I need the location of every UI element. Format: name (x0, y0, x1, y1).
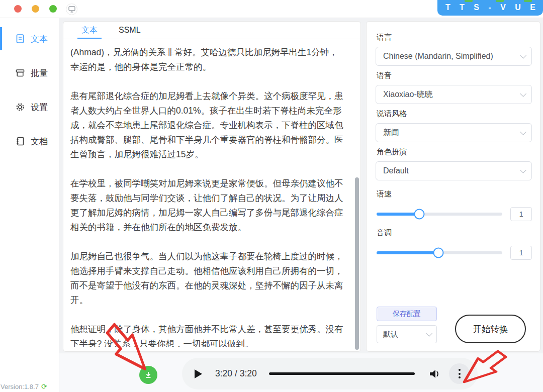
play-button[interactable] (194, 369, 204, 379)
sidebar-item-batch[interactable]: 批量 (0, 62, 59, 83)
tab-ssml[interactable]: SSML (119, 22, 141, 39)
speed-label: 语速 (377, 189, 532, 199)
player-bar: 3:20 / 3:20 (59, 353, 543, 392)
audio-player: 3:20 / 3:20 (182, 358, 478, 389)
language-value: Chinese (Mandarin, Simplified) (383, 52, 493, 61)
voice-value: Xiaoxiao-晓晓 (383, 89, 433, 100)
config-preset-value: 默认 (383, 330, 398, 339)
speaking-style-select[interactable]: 新闻 (376, 123, 532, 142)
volume-icon (428, 368, 440, 379)
editor-tabs: 文本 SSML (63, 22, 360, 39)
volume-button[interactable] (428, 367, 441, 380)
paragraph: 他想证明，除了身体，其他方面他并不比常人差，甚至要更优秀。没有下半身? 没关系，… (70, 322, 345, 347)
logo-decoration (496, 0, 504, 2)
gear-icon (15, 102, 25, 112)
sidebar-item-text[interactable]: 文本 (0, 28, 59, 49)
chevron-down-icon (426, 330, 432, 337)
notebook-icon (15, 136, 25, 146)
download-audio-button[interactable] (139, 366, 157, 384)
text-scrollbar-thumb[interactable] (355, 177, 359, 350)
speed-slider-handle[interactable] (414, 209, 425, 220)
refresh-icon[interactable]: ⟳ (41, 382, 47, 390)
active-indicator (0, 27, 2, 50)
role-play-value: Default (383, 166, 409, 175)
speed-slider-fill (377, 213, 419, 216)
language-label: 语言 (377, 33, 532, 42)
logo-decoration (465, 0, 473, 2)
speed-value-input[interactable]: 1 (510, 207, 532, 221)
play-icon (194, 369, 203, 379)
speed-slider-row: 1 (377, 207, 532, 221)
config-preset-select[interactable]: 默认 (377, 325, 437, 343)
language-select[interactable]: Chinese (Mandarin, Simplified) (376, 47, 532, 66)
text-input-area[interactable]: (Ahmad)，兄弟俩的关系非常好。艾哈迈德只比加尼姆早出生1分钟，幸运的是，他… (63, 39, 360, 347)
pitch-label: 音调 (377, 228, 532, 238)
pitch-value-input[interactable]: 1 (510, 246, 532, 260)
playback-time: 3:20 / 3:20 (215, 368, 257, 379)
batch-box-icon (15, 68, 25, 78)
minimize-window-button[interactable] (32, 5, 39, 13)
start-conversion-button[interactable]: 开始转换 (455, 315, 526, 343)
pitch-slider-fill (377, 251, 438, 254)
pitch-slider[interactable] (377, 251, 502, 254)
voice-label: 语音 (377, 71, 532, 80)
monitor-icon (68, 6, 75, 13)
role-play-select[interactable]: Default (376, 161, 532, 180)
sidebar-item-label: 设置 (31, 102, 48, 113)
speed-slider[interactable] (377, 213, 502, 216)
paragraph: 患有尾部退化综合症的加尼姆看上去就像个异类。这个病极度罕见，患者人数大约占全世界… (70, 89, 345, 162)
voice-select[interactable]: Xiaoxiao-晓晓 (376, 85, 532, 104)
player-menu-button[interactable] (449, 363, 470, 384)
pin-window-button[interactable] (66, 4, 77, 15)
sidebar-item-label: 批量 (31, 67, 48, 79)
kebab-icon (459, 369, 461, 371)
sidebar: 文本 批量 设置 文档 Version:1.8.7⟳ (0, 18, 59, 392)
seek-bar[interactable] (269, 372, 415, 375)
speaking-style-label: 说话风格 (377, 109, 532, 119)
paragraph: 加尼姆自己也很争气。当人们以为他这辈子都要在轮椅上度过的时候，他选择用手臂来支撑… (70, 249, 345, 308)
titlebar: T T S - V U E (0, 0, 543, 18)
version-label: Version:1.8.7⟳ (1, 382, 47, 390)
speaking-style-value: 新闻 (383, 128, 399, 138)
voice-settings-panel: 语言 Chinese (Mandarin, Simplified) 语音 Xia… (366, 21, 540, 352)
app-logo: T T S - V U E (437, 0, 543, 16)
sidebar-item-docs[interactable]: 文档 (0, 131, 59, 152)
tab-text[interactable]: 文本 (81, 22, 98, 39)
download-icon (144, 371, 152, 379)
sidebar-item-settings[interactable]: 设置 (0, 96, 59, 118)
pitch-slider-handle[interactable] (433, 248, 443, 258)
role-play-label: 角色扮演 (377, 147, 532, 157)
close-window-button[interactable] (14, 5, 22, 13)
maximize-window-button[interactable] (49, 5, 57, 13)
version-text: Version:1.8.7 (1, 383, 39, 390)
logo-decoration (524, 0, 532, 2)
save-config-button[interactable]: 保存配置 (377, 307, 437, 321)
chevron-down-icon (520, 90, 526, 97)
chevron-down-icon (520, 167, 526, 173)
settings-actions: 保存配置 默认 开始转换 (377, 307, 533, 343)
chevron-down-icon (520, 129, 526, 135)
pitch-slider-row: 1 (377, 246, 532, 260)
paragraph: 在学校里，被同学嘲笑对加尼姆来说更是家常便饭。但母亲仍建议他不要失落，鼓励他与同… (70, 176, 345, 235)
paragraph: (Ahmad)，兄弟俩的关系非常好。艾哈迈德只比加尼姆早出生1分钟，幸运的是，他… (70, 45, 345, 74)
sidebar-item-label: 文档 (31, 136, 48, 147)
text-editor-panel: 文本 SSML (Ahmad)，兄弟俩的关系非常好。艾哈迈德只比加尼姆早出生1分… (63, 21, 361, 352)
document-icon (15, 34, 25, 44)
chevron-down-icon (520, 52, 526, 59)
sidebar-item-label: 文本 (31, 33, 48, 45)
